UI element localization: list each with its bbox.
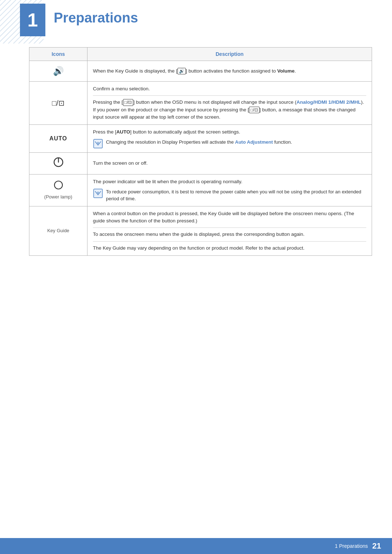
auto-bold: AUTO [117, 129, 130, 135]
power-lamp-icon [53, 186, 64, 191]
source-button-icon2: □/⊡ [249, 107, 260, 113]
desc-cell-source: Confirm a menu selection. Pressing the [… [87, 82, 372, 125]
key-guide-label: Key Guide [47, 228, 69, 233]
table-row: □/⊡ Confirm a menu selection. Pressing t… [29, 82, 372, 125]
table-row: (Power lamp) The power indicator will be… [29, 174, 372, 206]
powerlamp-desc-1: The power indicator will be lit when the… [93, 178, 366, 185]
icon-cell-volume: 🔊 [29, 61, 87, 82]
source-icon: □/⊡ [52, 99, 65, 107]
footer-page-number: 21 [372, 541, 381, 551]
power-toggle-icon [53, 164, 64, 169]
table-row: AUTO Press the [AUTO] button to automati… [29, 125, 372, 153]
icon-cell-keyguide: Key Guide [29, 206, 87, 255]
table-row: Turn the screen on or off. [29, 153, 372, 174]
column-header-icons: Icons [29, 48, 87, 61]
column-header-description: Description [87, 48, 372, 61]
note-icon-auto [93, 139, 103, 149]
chapter-block: 1 [20, 4, 45, 36]
powerlamp-note-text: To reduce power consumption, it is best … [106, 188, 366, 202]
table-row: 🔊 When the Key Guide is displayed, the [… [29, 61, 372, 82]
table-row: Key Guide When a control button on the p… [29, 206, 372, 255]
volume-button-icon: 🔊 [177, 68, 186, 74]
source-button-icon: □/⊡ [123, 99, 134, 106]
svg-point-3 [97, 142, 99, 144]
auto-note-text: Changing the resolution in Display Prope… [106, 139, 292, 146]
auto-note: Changing the resolution in Display Prope… [93, 139, 366, 149]
page-footer: 1 Preparations 21 [0, 538, 392, 554]
powerlamp-note: To reduce power consumption, it is best … [93, 188, 366, 202]
source-desc-2: Pressing the [□/⊡] button when the OSD m… [93, 95, 366, 121]
source-modes: Analog/HDMI 1/HDMI 2/MHL [297, 99, 361, 105]
auto-adjustment-bold: Auto Adjustment [235, 139, 273, 145]
svg-point-8 [97, 192, 99, 194]
footer-label: 1 Preparations [335, 543, 368, 549]
main-content: Icons Description 🔊 When the Key Guide i… [29, 47, 372, 256]
note-icon-power [93, 188, 103, 198]
desc-cell-auto: Press the [AUTO] button to automatically… [87, 125, 372, 153]
desc-cell-volume: When the Key Guide is displayed, the [🔊]… [87, 61, 372, 82]
source-desc-1: Confirm a menu selection. [93, 85, 366, 93]
power-lamp-label: (Power lamp) [35, 193, 82, 201]
icon-cell-power [29, 153, 87, 174]
icon-cell-powerlamp: (Power lamp) [29, 174, 87, 206]
keyguide-desc-3: The Key Guide may vary depending on the … [93, 241, 366, 252]
icons-table: Icons Description 🔊 When the Key Guide i… [29, 47, 372, 256]
page-title: Preparations [54, 10, 138, 26]
svg-point-6 [54, 181, 62, 189]
desc-cell-power: Turn the screen on or off. [87, 153, 372, 174]
desc-cell-powerlamp: The power indicator will be lit when the… [87, 174, 372, 206]
icon-cell-auto: AUTO [29, 125, 87, 153]
auto-desc-1: Press the [AUTO] button to automatically… [93, 128, 366, 136]
icon-cell-source: □/⊡ [29, 82, 87, 125]
keyguide-desc-1: When a control button on the product is … [93, 210, 366, 225]
volume-icon: 🔊 [53, 66, 64, 76]
chapter-number: 1 [28, 11, 38, 29]
keyguide-desc-2: To access the onscreen menu when the gui… [93, 227, 366, 238]
volume-bold: Volume [277, 68, 295, 74]
auto-icon: AUTO [49, 135, 67, 141]
desc-cell-keyguide: When a control button on the product is … [87, 206, 372, 255]
